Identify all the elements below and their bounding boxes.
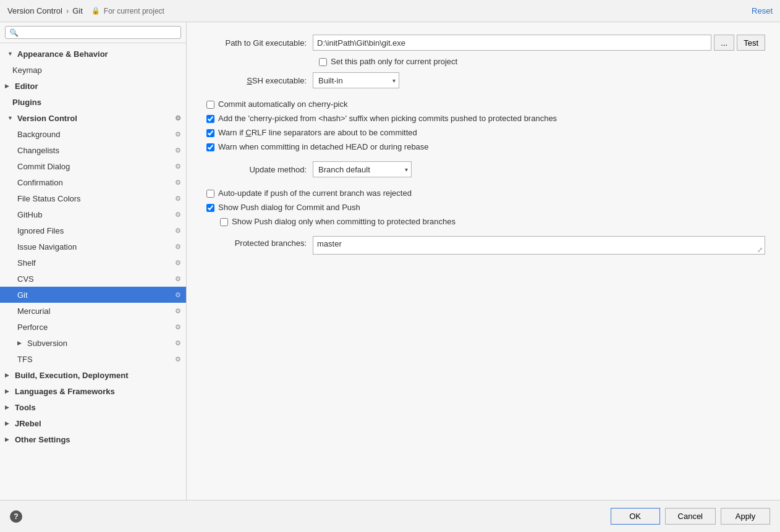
commit-auto-checkbox[interactable] <box>206 101 214 109</box>
sidebar-item-tools[interactable]: ▶ Tools <box>0 399 186 415</box>
settings-icon: ⚙ <box>175 323 181 331</box>
breadcrumb-separator: › <box>66 6 69 15</box>
protected-branches-label: Protected branches: <box>201 236 313 248</box>
update-method-row: Update method: Branch default Merge Reba… <box>201 161 765 177</box>
sidebar-item-background[interactable]: Background ⚙ <box>0 126 186 142</box>
crlf-warn-checkbox[interactable] <box>206 129 214 137</box>
settings-icon: ⚙ <box>175 259 181 267</box>
help-button[interactable]: ? <box>10 510 22 523</box>
sidebar-item-label: Changelists <box>17 146 172 155</box>
settings-icon: ⚙ <box>175 339 181 347</box>
settings-icon: ⚙ <box>175 114 181 122</box>
sidebar-item-mercurial[interactable]: Mercurial ⚙ <box>0 303 186 319</box>
sidebar-item-issue-navigation[interactable]: Issue Navigation ⚙ <box>0 239 186 255</box>
cherry-suffix-checkbox[interactable] <box>206 115 214 123</box>
sidebar-item-ignored-files[interactable]: Ignored Files ⚙ <box>0 222 186 239</box>
update-method-select[interactable]: Branch default Merge Rebase <box>313 161 412 177</box>
sidebar-item-label: Perforce <box>17 323 172 332</box>
sidebar-item-label: Git <box>17 290 172 300</box>
sidebar-item-jrebel[interactable]: ▶ JRebel <box>0 415 186 431</box>
set-path-checkbox[interactable] <box>319 58 327 66</box>
sidebar-item-subversion[interactable]: ▶ Subversion ⚙ <box>0 335 186 351</box>
chevron-right-icon: ▶ <box>5 388 11 394</box>
settings-icon: ⚙ <box>175 243 181 251</box>
checkbox-push-dialog-row: Show Push dialog for Commit and Push <box>201 203 765 212</box>
settings-icon: ⚙ <box>175 163 181 171</box>
breadcrumb-current: Git <box>72 6 83 15</box>
sidebar-item-other-settings[interactable]: ▶ Other Settings <box>0 431 186 447</box>
sidebar-item-label: Confirmation <box>17 178 172 187</box>
sidebar-item-file-status-colors[interactable]: File Status Colors ⚙ <box>0 190 186 206</box>
ssh-select[interactable]: Built-in Native <box>313 72 399 88</box>
sidebar-item-label: Plugins <box>12 98 181 107</box>
sidebar-item-label: Commit Dialog <box>17 162 172 171</box>
sidebar-item-confirmation[interactable]: Confirmation ⚙ <box>0 174 186 190</box>
sidebar-item-changelists[interactable]: Changelists ⚙ <box>0 142 186 158</box>
settings-icon: ⚙ <box>175 211 181 219</box>
settings-icon: ⚙ <box>175 275 181 283</box>
git-path-input[interactable] <box>313 35 711 51</box>
sidebar-item-label: Mercurial <box>17 306 172 316</box>
breadcrumb: Version Control › Git 🔒 For current proj… <box>7 6 164 15</box>
search-input-wrap: 🔍 <box>5 26 181 39</box>
bottom-bar: ? OK Cancel Apply <box>0 500 780 532</box>
push-protected-checkbox[interactable] <box>220 218 228 226</box>
checkbox-crlf-row: Warn if CRLF line separators are about t… <box>201 128 765 137</box>
ssh-row: SSH executable: Built-in Native ▾ <box>201 72 765 88</box>
settings-dialog: Version Control › Git 🔒 For current proj… <box>0 0 780 532</box>
update-method-label: Update method: <box>201 165 313 174</box>
breadcrumb-bar: Version Control › Git 🔒 For current proj… <box>0 0 780 22</box>
show-push-dialog-label: Show Push dialog for Commit and Push <box>218 203 360 212</box>
cancel-button[interactable]: Cancel <box>665 508 716 525</box>
sidebar-item-label: CVS <box>17 274 172 284</box>
browse-button[interactable]: ... <box>714 35 734 51</box>
test-button[interactable]: Test <box>737 35 765 51</box>
sidebar-item-git[interactable]: Git ⚙ <box>0 287 186 303</box>
ssh-select-wrap: Built-in Native ▾ <box>313 72 399 88</box>
push-protected-label: Show Push dialog only when committing to… <box>232 217 456 226</box>
sidebar-item-version-control[interactable]: ▼ Version Control ⚙ <box>0 110 186 126</box>
sidebar-item-build-execution[interactable]: ▶ Build, Execution, Deployment <box>0 367 186 383</box>
checkbox-push-protected-row: Show Push dialog only when committing to… <box>201 217 765 226</box>
sidebar-item-editor[interactable]: ▶ Editor <box>0 78 186 94</box>
ok-button[interactable]: OK <box>611 508 660 525</box>
sidebar-item-label: Keymap <box>12 65 181 75</box>
sidebar-item-appearance[interactable]: ▼ Appearance & Behavior <box>0 46 186 62</box>
checkbox-detached-row: Warn when committing in detached HEAD or… <box>201 142 765 151</box>
detached-head-label: Warn when committing in detached HEAD or… <box>218 142 429 151</box>
settings-icon: ⚙ <box>175 227 181 235</box>
breadcrumb-root: Version Control <box>7 6 62 15</box>
sidebar-item-languages-frameworks[interactable]: ▶ Languages & Frameworks <box>0 383 186 399</box>
checkbox-cherry-pick-row: Commit automatically on cherry-pick <box>201 99 765 109</box>
protected-branches-input[interactable]: master <box>313 236 765 255</box>
settings-icon: ⚙ <box>175 307 181 315</box>
sidebar-item-tfs[interactable]: TFS ⚙ <box>0 351 186 367</box>
expand-icon[interactable]: ⤢ <box>757 246 763 254</box>
reset-link[interactable]: Reset <box>752 6 773 15</box>
sidebar-item-plugins[interactable]: Plugins <box>0 94 186 110</box>
sidebar-item-commit-dialog[interactable]: Commit Dialog ⚙ <box>0 158 186 174</box>
path-label: Path to Git executable: <box>201 38 313 48</box>
breadcrumb-hint: For current project <box>104 7 164 15</box>
git-path-row: Path to Git executable: ... Test <box>201 35 765 51</box>
update-method-select-wrap: Branch default Merge Rebase ▾ <box>313 161 412 177</box>
set-path-label: Set this path only for current project <box>331 57 457 66</box>
sidebar-item-label: Build, Execution, Deployment <box>15 371 181 380</box>
detached-head-checkbox[interactable] <box>206 143 214 151</box>
sidebar-item-label: Version Control <box>17 114 172 123</box>
sidebar-item-perforce[interactable]: Perforce ⚙ <box>0 319 186 335</box>
sidebar-item-label: TFS <box>17 355 172 364</box>
sidebar-item-shelf[interactable]: Shelf ⚙ <box>0 255 186 271</box>
chevron-right-icon: ▶ <box>5 404 11 410</box>
search-icon: 🔍 <box>9 28 19 37</box>
sidebar-item-cvs[interactable]: CVS ⚙ <box>0 271 186 287</box>
sidebar-item-keymap[interactable]: Keymap <box>0 62 186 78</box>
sidebar-item-label: Issue Navigation <box>17 242 172 251</box>
settings-icon: ⚙ <box>175 355 181 363</box>
chevron-right-icon: ▶ <box>5 372 11 378</box>
show-push-dialog-checkbox[interactable] <box>206 204 214 212</box>
search-input[interactable] <box>21 28 177 37</box>
sidebar-item-github[interactable]: GitHub ⚙ <box>0 206 186 222</box>
auto-update-checkbox[interactable] <box>206 190 214 198</box>
apply-button[interactable]: Apply <box>721 508 770 525</box>
